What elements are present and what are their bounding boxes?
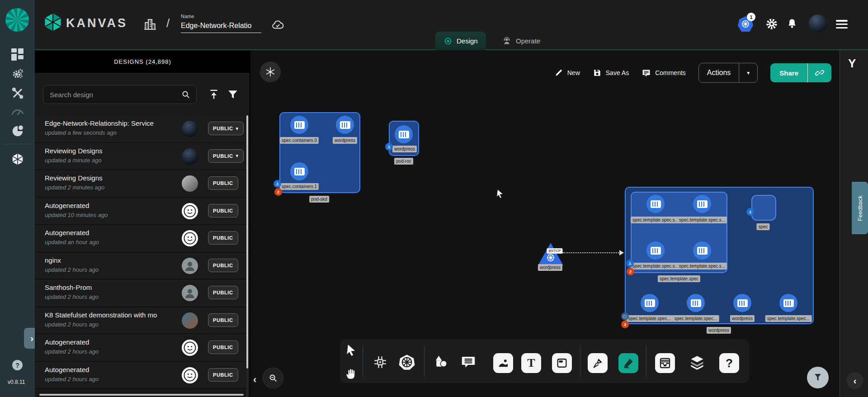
deploy-status-badge[interactable]: ⚓ xyxy=(274,180,281,188)
new-design-button[interactable]: New xyxy=(554,68,580,77)
notifications-bell-icon[interactable] xyxy=(786,17,798,33)
search-icon[interactable] xyxy=(181,90,191,99)
visibility-badge[interactable]: PUBLIC▾ xyxy=(208,149,244,163)
help-tool[interactable]: ? xyxy=(719,353,739,373)
visibility-badge[interactable]: PUBLIC xyxy=(208,204,238,217)
pan-hand-tool[interactable] xyxy=(345,368,358,383)
meshery-snowflake-button[interactable] xyxy=(260,61,281,82)
zoom-controls-button[interactable] xyxy=(263,368,283,388)
shapes-tool[interactable] xyxy=(433,354,449,372)
sidebar-item-performance[interactable] xyxy=(0,104,35,119)
visibility-badge[interactable]: PUBLIC▾ xyxy=(208,122,244,135)
error-count-badge[interactable]: 3 xyxy=(621,321,629,328)
designs-scrollbar-thumb[interactable] xyxy=(246,115,248,369)
design-row[interactable]: Santhosh-Prom updated 2 hours ago PUBLIC xyxy=(35,279,250,307)
actions-dropdown-caret[interactable]: ▾ xyxy=(739,63,757,82)
container-node[interactable] xyxy=(395,125,413,143)
design-row[interactable]: nginx updated 2 hours ago PUBLIC xyxy=(35,252,250,280)
design-row[interactable]: K8 Statefulset demonstration with mo upd… xyxy=(35,307,250,335)
design-row[interactable]: Autogenerated updated 2 hours ago PUBLIC xyxy=(35,334,250,362)
deploy-status-badge[interactable]: ⚓ xyxy=(746,208,754,216)
design-canvas[interactable]: New Save As Comments Actions ▾ Share xyxy=(250,50,840,397)
container-node[interactable] xyxy=(687,294,705,312)
container-node[interactable] xyxy=(733,294,751,312)
actions-button[interactable]: Actions ▾ xyxy=(698,63,758,83)
sidebar-item-lifecycle[interactable] xyxy=(0,66,35,81)
design-updated: updated 2 hours ago xyxy=(45,266,99,273)
feedback-tab[interactable]: Feedback xyxy=(852,182,868,234)
save-as-button[interactable]: Save As xyxy=(593,68,629,77)
layers-tool[interactable] xyxy=(689,354,705,372)
visibility-badge[interactable]: PUBLIC xyxy=(208,313,238,327)
pointer-tool[interactable] xyxy=(345,343,358,359)
y-branch-icon[interactable]: Y xyxy=(848,57,856,71)
visibility-badge[interactable]: PUBLIC xyxy=(208,340,238,354)
node-label: spec.template.spec.s... xyxy=(677,263,727,269)
visibility-badge[interactable]: PUBLIC xyxy=(208,368,238,382)
design-row[interactable]: Autogenerated updated 2 hours ago PUBLIC xyxy=(35,362,250,389)
container-node[interactable] xyxy=(646,241,665,260)
visibility-badge[interactable]: PUBLIC xyxy=(208,259,238,272)
visibility-badge[interactable]: PUBLIC xyxy=(208,231,238,245)
collapse-right-button[interactable]: ‹ xyxy=(846,372,863,389)
freehand-draw-tool-active[interactable] xyxy=(618,353,638,373)
group-status-badge[interactable]: ⬡ xyxy=(621,312,629,320)
container-node[interactable] xyxy=(646,195,665,213)
comment-tool[interactable] xyxy=(460,354,476,372)
design-name-input[interactable]: Edge-Network-Relatio xyxy=(181,22,261,33)
design-search[interactable] xyxy=(43,85,197,104)
comments-button[interactable]: Comments xyxy=(642,68,686,78)
spec-node[interactable] xyxy=(751,195,776,221)
frame-tool[interactable] xyxy=(552,353,572,373)
container-node[interactable] xyxy=(693,195,711,213)
meshery-logo[interactable] xyxy=(5,8,29,32)
service-edge[interactable] xyxy=(562,252,620,253)
share-button[interactable]: Share xyxy=(770,63,831,82)
error-count-badge[interactable]: 2 xyxy=(627,268,634,275)
copy-link-button[interactable] xyxy=(807,63,831,82)
design-row[interactable]: Autogenerated updated an hour ago PUBLIC xyxy=(35,225,250,252)
components-browser-tool[interactable] xyxy=(373,354,388,372)
template-group[interactable] xyxy=(631,192,727,273)
image-tool[interactable] xyxy=(493,353,513,373)
tab-operate[interactable]: Operate xyxy=(494,32,548,50)
help-button[interactable]: ? xyxy=(12,360,23,370)
design-search-input[interactable] xyxy=(49,90,181,99)
filter-dome-button[interactable] xyxy=(807,367,829,388)
settings-gear-icon[interactable] xyxy=(765,17,778,33)
import-drawer-tool[interactable] xyxy=(655,353,675,373)
collapse-dock-chevron[interactable]: ‹ xyxy=(253,374,256,386)
design-row[interactable]: Edge-Network-Relationship: Service updat… xyxy=(35,115,250,143)
deploy-status-badge[interactable]: ⚓ xyxy=(385,143,393,151)
container-node[interactable] xyxy=(693,241,711,260)
upload-design-icon[interactable] xyxy=(208,89,220,102)
visibility-badge[interactable]: PUBLIC xyxy=(208,286,238,299)
container-node[interactable] xyxy=(290,116,308,134)
k8s-context-switcher[interactable]: 1 xyxy=(738,16,753,32)
design-row[interactable]: Autogenerated updated 10 minutes ago PUB… xyxy=(35,198,250,225)
pen-tool[interactable] xyxy=(588,353,608,373)
filter-designs-icon[interactable] xyxy=(227,89,239,102)
organization-icon[interactable] xyxy=(143,17,157,33)
container-node[interactable] xyxy=(290,162,308,180)
visibility-badge[interactable]: PUBLIC xyxy=(208,176,238,190)
kubernetes-tool[interactable] xyxy=(398,354,415,373)
user-avatar[interactable] xyxy=(809,14,827,33)
design-row[interactable]: Reviewing Designs updated a minute ago P… xyxy=(35,143,250,170)
deploy-status-badge[interactable]: ⚓ xyxy=(626,260,634,267)
menu-hamburger-icon[interactable] xyxy=(836,18,848,30)
service-node[interactable] xyxy=(538,243,563,265)
design-row[interactable]: Reviewing Designs updated 2 minutes ago … xyxy=(35,170,250,198)
container-node[interactable] xyxy=(779,294,797,312)
tab-design[interactable]: Design xyxy=(435,32,486,50)
sidebar-item-configuration[interactable] xyxy=(0,85,35,101)
error-count-badge[interactable]: 2 xyxy=(274,188,282,196)
container-node[interactable] xyxy=(336,116,354,134)
text-tool[interactable]: T xyxy=(521,353,541,373)
design-title: Reviewing Designs xyxy=(45,147,174,155)
sidebar-item-extensions[interactable] xyxy=(0,123,35,139)
designs-horizontal-scrollbar[interactable] xyxy=(39,394,244,396)
container-node[interactable] xyxy=(641,294,659,312)
sidebar-item-dashboard[interactable] xyxy=(0,47,35,62)
sidebar-item-kanvas[interactable] xyxy=(0,151,35,167)
